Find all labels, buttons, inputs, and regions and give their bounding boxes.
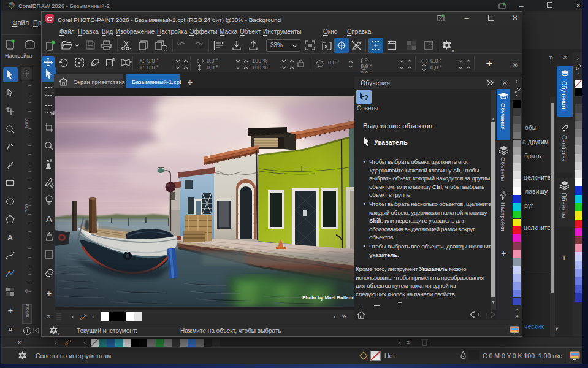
svg-text:Photo by Mael Balland: Photo by Mael Balland [302,295,354,301]
svg-text:?: ? [364,94,368,101]
